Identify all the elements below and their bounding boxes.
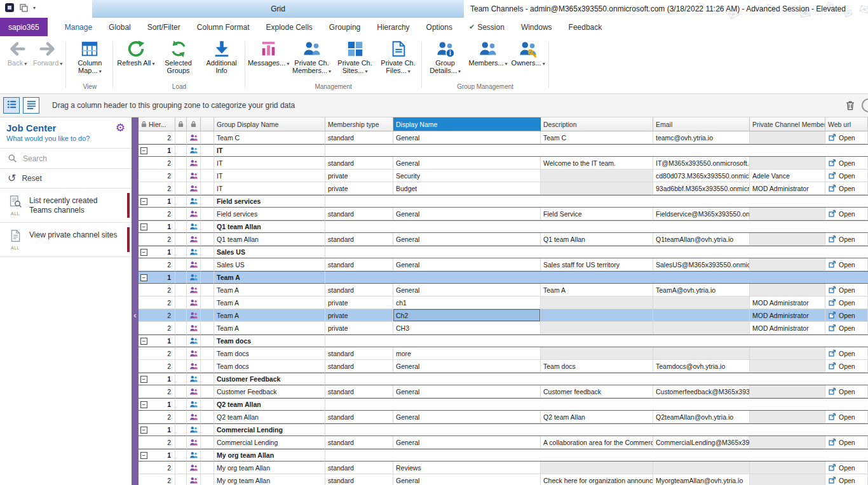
channel-row[interactable]: 2ITprivateSecuritycd80d073.M365x393550.o… xyxy=(139,169,868,182)
private-ch-files-button[interactable]: Private Ch. Files...▾ xyxy=(377,38,420,77)
messages-button[interactable]: Messages...▾ xyxy=(247,38,290,69)
group-row[interactable]: −1Q1 team Allan xyxy=(139,220,868,233)
job-item-list-recently-created-teams-channels[interactable]: ALLList recently created Teams channels xyxy=(0,189,132,223)
tab-grouping[interactable]: Grouping xyxy=(321,18,369,36)
private-ch-members-button[interactable]: Private Ch. Members...▾ xyxy=(290,38,334,77)
column-header-a[interactable] xyxy=(175,117,187,131)
channel-row[interactable]: 2Sales USstandardGeneralSales staff for … xyxy=(139,258,868,271)
group-row[interactable]: −1Customer Feedback xyxy=(139,373,868,385)
tab-feedback[interactable]: Feedback xyxy=(560,18,611,36)
web-url-cell[interactable]: Open xyxy=(825,131,868,144)
collapse-button[interactable]: − xyxy=(140,452,147,459)
selected-groups-button[interactable]: Selected Groups xyxy=(157,38,200,76)
qat-dropdown-icon[interactable]: ▾ xyxy=(33,5,36,11)
web-url-cell[interactable]: Open xyxy=(825,347,868,360)
web-url-cell[interactable]: Open xyxy=(825,309,868,322)
channel-row[interactable]: 2Team AprivateCh2MOD AdministratorOpen xyxy=(139,309,868,322)
web-url-cell[interactable]: Open xyxy=(825,436,868,449)
web-url-cell[interactable]: Open xyxy=(825,208,868,220)
panel-splitter[interactable]: ‹ xyxy=(132,117,139,485)
channel-row[interactable]: 2Team AstandardGeneralTeam ATeamA@ovh.yt… xyxy=(139,284,868,296)
channel-row[interactable]: 2Team AprivateCH3MOD AdministratorOpen xyxy=(139,322,868,335)
tab-session[interactable]: ✔Session xyxy=(461,18,513,36)
web-url-cell[interactable]: Open xyxy=(825,360,868,373)
group-details-button[interactable]: iGroup Details...▾ xyxy=(424,38,467,77)
forward-button[interactable]: Forward▾ xyxy=(31,38,64,69)
copy-icon[interactable] xyxy=(19,3,28,12)
group-row[interactable]: −1Team docs xyxy=(139,335,868,347)
channel-row[interactable]: 2Field servicesstandardGeneralField Serv… xyxy=(139,208,868,220)
additional-info-button[interactable]: Additional Info xyxy=(200,38,243,76)
web-url-cell[interactable]: Open xyxy=(825,182,868,195)
column-header-b[interactable] xyxy=(201,117,214,131)
grouped-view-toggle[interactable] xyxy=(3,97,20,114)
web-url-cell[interactable]: Open xyxy=(825,474,868,485)
column-header-desc[interactable]: Description xyxy=(541,117,653,131)
column-header-display[interactable]: Display Name xyxy=(393,117,541,131)
collapse-sidebar-icon[interactable]: ‹ xyxy=(132,311,139,319)
tab-explode-cells[interactable]: Explode Cells xyxy=(257,18,320,36)
list-view-toggle[interactable] xyxy=(23,97,39,114)
collapse-button[interactable]: − xyxy=(140,147,147,154)
refresh-all-button[interactable]: Refresh All▾ xyxy=(115,38,156,69)
web-url-cell[interactable]: Open xyxy=(825,258,868,271)
collapse-button[interactable]: − xyxy=(140,274,147,281)
channel-row[interactable]: 2Team docsstandardGeneralTeam docsTeamdo… xyxy=(139,360,868,373)
grid-window-tab[interactable]: Grid xyxy=(92,0,464,18)
collapse-button[interactable]: − xyxy=(140,401,147,408)
web-url-cell[interactable]: Open xyxy=(825,233,868,246)
web-url-cell[interactable]: Open xyxy=(825,296,868,309)
trash-icon[interactable] xyxy=(844,99,857,112)
web-url-cell[interactable]: Open xyxy=(825,169,868,182)
column-header-hier[interactable]: Hier... xyxy=(139,117,175,131)
collapse-button[interactable]: − xyxy=(140,198,147,205)
channel-row[interactable]: 2Team docsstandardmoreOpen xyxy=(139,347,868,360)
collapse-button[interactable]: − xyxy=(140,427,147,434)
tab-windows[interactable]: Windows xyxy=(513,18,560,36)
group-row[interactable]: −1Q2 team Allan xyxy=(139,398,868,411)
back-button[interactable]: Back▾ xyxy=(3,38,31,69)
collapse-button[interactable]: − xyxy=(140,338,147,345)
channel-row[interactable]: 2My org team AllanstandardGeneralCheck h… xyxy=(139,474,868,485)
members-button[interactable]: Members...▾ xyxy=(467,38,510,69)
group-row[interactable]: −1My org team Allan xyxy=(139,449,868,462)
web-url-cell[interactable]: Open xyxy=(825,284,868,296)
web-url-cell[interactable]: Open xyxy=(825,322,868,335)
group-row[interactable]: −1Commercial Lending xyxy=(139,423,868,436)
column-header-name[interactable]: Group Display Name xyxy=(214,117,325,131)
channel-row[interactable]: 2ITprivateBudget93ad6bbf.M365x393550.onm… xyxy=(139,182,868,195)
collapse-button[interactable]: − xyxy=(140,223,147,230)
column-map-button[interactable]: Column Map...▾ xyxy=(68,38,111,77)
app-icon[interactable] xyxy=(5,3,14,12)
tab-sapio365[interactable]: sapio365 xyxy=(0,18,48,36)
collapse-button[interactable]: − xyxy=(140,376,147,383)
web-url-cell[interactable]: Open xyxy=(825,411,868,423)
clipped-circle-icon[interactable] xyxy=(862,98,868,112)
tab-column-format[interactable]: Column Format xyxy=(189,18,258,36)
owners-button[interactable]: Owners...▾ xyxy=(510,38,547,69)
column-header-membership[interactable]: Membership type xyxy=(325,117,393,131)
channel-row[interactable]: 2Team Aprivatech1MOD AdministratorOpen xyxy=(139,296,868,309)
channel-row[interactable]: 2Q2 team AllanstandardGeneralQ2 team All… xyxy=(139,411,868,423)
job-item-view-private-channel-sites[interactable]: ALLView private channel sites xyxy=(0,223,132,257)
group-row[interactable]: −1Field services xyxy=(139,195,868,208)
group-row[interactable]: −1Team A xyxy=(139,271,868,284)
tab-manage[interactable]: Manage xyxy=(57,18,100,36)
search-input[interactable]: Search xyxy=(0,149,132,169)
collapse-button[interactable]: − xyxy=(140,249,147,256)
channel-row[interactable]: 2Q1 team AllanstandardGeneralQ1 team All… xyxy=(139,233,868,246)
channel-row[interactable]: 2Team CstandardGeneralTeam Cteamc@ovh.yt… xyxy=(139,131,868,144)
tab-hierarchy[interactable]: Hierarchy xyxy=(369,18,417,36)
channel-row[interactable]: 2Commercial LendingstandardGeneralA coll… xyxy=(139,436,868,449)
column-header-email[interactable]: Email xyxy=(653,117,750,131)
column-header-weburl[interactable]: Web url xyxy=(825,117,868,131)
web-url-cell[interactable]: Open xyxy=(825,462,868,474)
channel-row[interactable]: 2Customer FeedbackstandardGeneralCustome… xyxy=(139,385,868,398)
column-header-icon[interactable] xyxy=(187,117,201,131)
channel-row[interactable]: 2ITstandardGeneralWelcome to the IT team… xyxy=(139,157,868,169)
tab-sort-filter[interactable]: Sort/Filter xyxy=(139,18,189,36)
web-url-cell[interactable]: Open xyxy=(825,385,868,398)
reset-button[interactable]: ↺ Reset xyxy=(0,169,132,189)
web-url-cell[interactable]: Open xyxy=(825,157,868,169)
private-ch-sites-button[interactable]: Private Ch. Sites...▾ xyxy=(334,38,377,77)
